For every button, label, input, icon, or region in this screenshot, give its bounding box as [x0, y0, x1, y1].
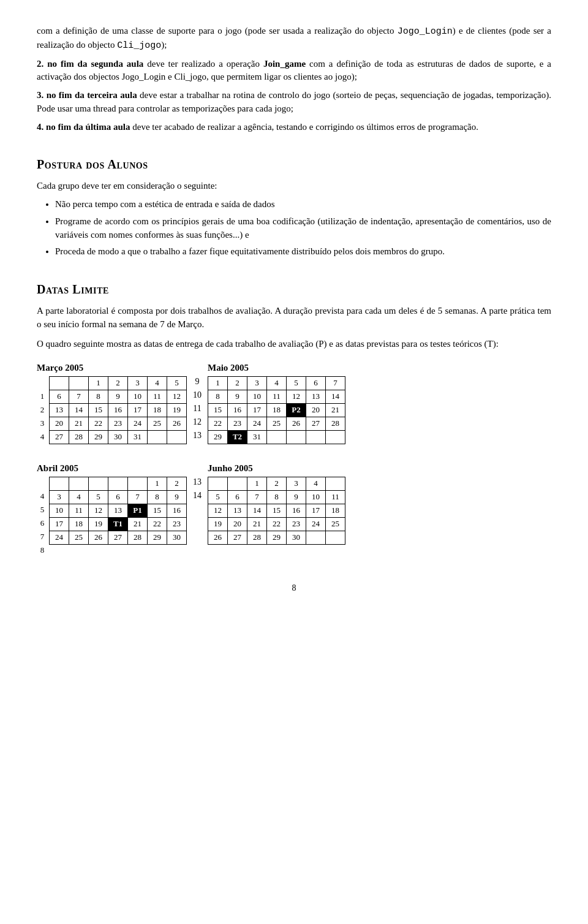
p2-bold: no fim da segunda aula: [47, 59, 143, 69]
junho-table: 1234 567891011 12131415161718 1920212223…: [208, 477, 345, 545]
midwk-11: 11: [187, 402, 208, 415]
midwk-9: 9: [187, 375, 208, 388]
abril-week-nums: 4 5 6 7 8: [37, 477, 48, 558]
intro-p1: com a definição de uma classe de suporte…: [37, 25, 551, 53]
marco-week-nums: 1 2 3 4: [37, 376, 48, 457]
intro-p2: 2. no fim da segunda aula deve ter reali…: [37, 58, 551, 85]
midwk-13: 13: [187, 429, 208, 442]
midwk-bot-empty3: [187, 529, 208, 543]
intro-p3: 3. no fim da terceira aula deve estar a …: [37, 89, 551, 116]
abril-block: Abril 2005 4 5 6 7 8 12 3456789 10111213…: [37, 462, 187, 558]
maio-block: Maio 2005 1234567 891011121314 15161718P…: [208, 362, 345, 444]
midwk-bot-13: 13: [187, 475, 208, 489]
maio-table: 1234567 891011121314 15161718P22021 2223…: [208, 376, 345, 444]
marco-wk1: 1: [37, 390, 48, 403]
abril-wk5: 5: [37, 504, 48, 517]
bullet-1: Não perca tempo com a estética de entrad…: [55, 198, 551, 211]
top-calendar-row: Março 2005 1 2 3 4 12345 6789101112 1314…: [37, 362, 551, 457]
postura-bullets: Não perca tempo com a estética de entrad…: [55, 198, 551, 259]
postura-title: Postura dos Alunos: [37, 156, 551, 173]
maio-title: Maio 2005: [208, 362, 345, 375]
bullet-3: Proceda de modo a que o trabalho a fazer…: [55, 245, 551, 259]
abril-table: 12 3456789 10111213P11516 171819T1212223…: [49, 477, 187, 545]
p3-bold: no fim da terceira aula: [47, 90, 137, 100]
midwk-bot-14: 14: [187, 489, 208, 502]
abril-wk7: 7: [37, 531, 48, 544]
midwk-bot-empty1: [187, 502, 208, 516]
midwk-12: 12: [187, 415, 208, 429]
marco-wk5: [37, 444, 48, 457]
marco-title: Março 2005: [37, 362, 187, 375]
marco-wk4: 4: [37, 430, 48, 444]
mid-weeks-bot: 13 14: [187, 462, 208, 543]
abril-wk8: 8: [37, 544, 48, 558]
abril-wk4: 4: [37, 490, 48, 504]
marco-block: Março 2005 1 2 3 4 12345 6789101112 1314…: [37, 362, 187, 457]
p4-bold: no fim da última aula: [46, 122, 130, 132]
postura-section: Postura dos Alunos Cada grupo deve ter e…: [37, 156, 551, 259]
abril-wk6: 6: [37, 517, 48, 531]
marco-wk2: 2: [37, 403, 48, 417]
intro-section: com a definição de uma classe de suporte…: [37, 25, 551, 134]
datas-p2: O quadro seguinte mostra as datas de ent…: [37, 338, 551, 351]
intro-p4: 4. no fim da última aula deve ter acabad…: [37, 121, 551, 134]
postura-intro: Cada grupo deve ter em consideração o se…: [37, 180, 551, 193]
abril-title: Abril 2005: [37, 462, 187, 475]
mid-weeks-top: 9 10 11 12 13: [187, 362, 208, 442]
bottom-calendar-row: Abril 2005 4 5 6 7 8 12 3456789 10111213…: [37, 462, 551, 558]
midwk-bot-empty2: [187, 516, 208, 529]
datas-title: Datas Limite: [37, 281, 551, 298]
datas-p1: A parte laboratorial é composta por dois…: [37, 305, 551, 331]
page-number: 8: [37, 582, 551, 594]
junho-title: Junho 2005: [208, 462, 345, 475]
midwk-10: 10: [187, 388, 208, 402]
junho-block: Junho 2005 1234 567891011 12131415161718…: [208, 462, 345, 545]
marco-table: 12345 6789101112 13141516171819 20212223…: [49, 376, 187, 444]
bullet-2: Programe de acordo com os princípios ger…: [55, 215, 551, 242]
marco-wk3: 3: [37, 417, 48, 430]
datas-section: Datas Limite A parte laboratorial é comp…: [37, 281, 551, 558]
